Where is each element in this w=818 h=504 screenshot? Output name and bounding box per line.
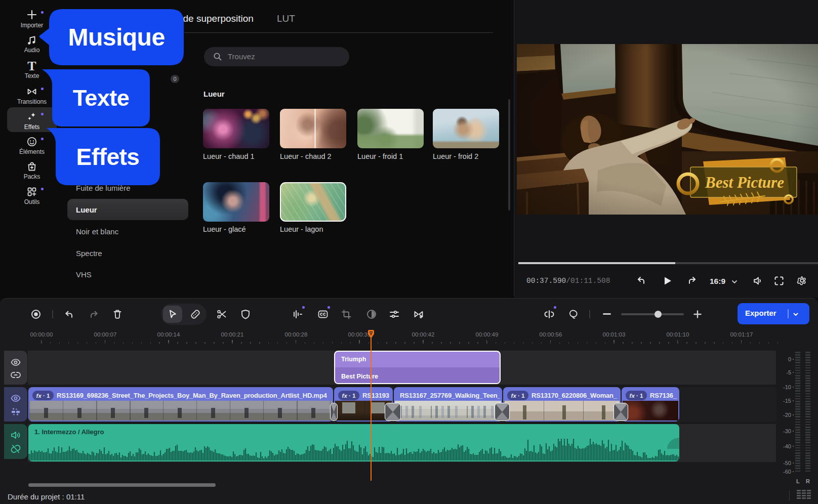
svg-text:Best Picture: Best Picture bbox=[705, 174, 784, 191]
